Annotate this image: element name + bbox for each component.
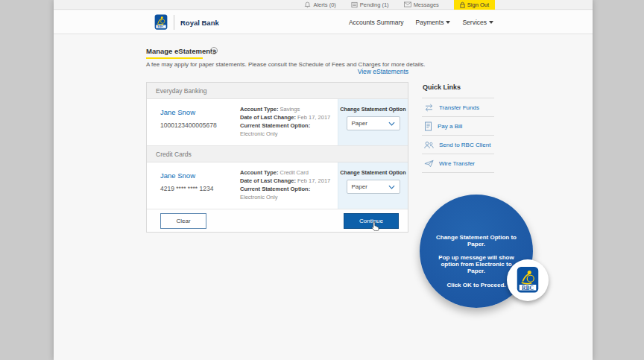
bubble-line-1: Change Statement Option to Paper. [432,195,521,247]
account-details: Account Type:Savings Date of Last Change… [240,99,338,145]
last-change-label: Date of Last Change: [240,114,296,121]
quick-link-label: Wire Transfer [439,160,475,167]
last-change-value: Feb 17, 2017 [297,177,330,184]
hand-cursor-icon [371,221,379,231]
last-change-label: Date of Last Change: [240,177,296,184]
alerts-link[interactable]: Alerts (0) [304,1,335,8]
nav-accounts-summary[interactable]: Accounts Summary [349,19,404,26]
account-holder-link[interactable]: Jane Snow [160,171,240,180]
change-option-label: Change Statement Option [338,169,408,176]
rbc-logo-text: RBC [157,25,164,28]
statements-panel: Everyday Banking Jane Snow 1000123400005… [146,82,408,233]
account-type-value: Savings [280,106,300,113]
sign-out-label: Sign Out [467,1,489,8]
chevron-down-icon [446,21,450,24]
panel-footer: Clear Continue [147,209,408,232]
statement-option-dropdown[interactable]: Paper [347,116,400,130]
account-identity: Jane Snow 4219 **** **** 1234 [147,162,240,209]
quick-link-wire-transfer[interactable]: Wire Transfer [422,154,494,173]
card-number: 4219 **** **** 1234 [160,185,240,192]
quick-links-panel: Quick Links Transfer Funds Pay a Bill Se… [422,82,494,173]
current-option-label: Current Statement Option: [240,122,310,129]
rbc-shield-logo: RBC [517,266,539,294]
statement-option-dropdown[interactable]: Paper [347,180,400,194]
current-option-label: Current Statement Option: [240,186,310,192]
account-number: 1000123400005678 [160,121,240,129]
pending-label: Pending (1) [360,1,389,8]
quick-links-list: Transfer Funds Pay a Bill Send to RBC Cl… [422,98,494,173]
account-identity: Jane Snow 1000123400005678 [147,99,240,145]
rbc-badge-text: RBC [522,285,534,291]
chevron-down-icon [388,121,395,126]
nav-services-label: Services [462,19,487,26]
current-option-value: Electronic Only [240,130,277,137]
change-option-label: Change Statement Option [338,106,408,113]
envelope-icon [404,1,411,7]
quick-link-label: Send to RBC Client [439,142,490,148]
clear-button[interactable]: Clear [160,213,206,229]
chevron-down-icon [388,185,395,189]
rbc-logo: RBC [154,14,168,31]
send-to-client-icon [424,141,434,149]
messages-link[interactable]: Messages [404,1,439,8]
view-estatements-link[interactable]: View eStatements [146,68,408,75]
pending-link[interactable]: Pending (1) [351,1,389,8]
last-change-value: Feb 17, 2017 [297,114,330,121]
quick-links-title: Quick Links [422,82,494,98]
nav-payments-label: Payments [416,19,444,26]
quick-link-label: Transfer Funds [439,104,479,111]
fee-note: A fee may apply for paper statements. Pl… [146,61,444,68]
chevron-down-icon [489,21,493,24]
bell-icon [304,1,311,8]
sign-out-button[interactable]: Sign Out [454,0,495,10]
padlock-icon [460,1,465,8]
nav-accounts-summary-label: Accounts Summary [349,19,404,26]
utility-bar: Alerts (0) Pending (1) Messages Sign Out [54,0,593,10]
quick-link-pay-a-bill[interactable]: Pay a Bill [422,117,494,136]
wire-transfer-icon [424,160,434,168]
account-type-label: Account Type: [240,169,279,176]
account-holder-link[interactable]: Jane Snow [160,108,240,116]
dropdown-selected-value: Paper [352,183,367,190]
nav-payments[interactable]: Payments [416,19,451,26]
title-underline [146,57,203,59]
change-option-cell: Change Statement Option Paper [338,99,408,145]
brand-divider [174,15,174,30]
dropdown-selected-value: Paper [352,120,367,127]
page-title: Manage eStatements [146,47,217,55]
section-heading-everyday-banking: Everyday Banking [147,83,408,99]
current-option-value: Electronic Only [240,194,277,200]
pending-list-icon [351,1,358,8]
account-type-value: Credit Card [280,169,309,176]
quick-link-send-to-rbc-client[interactable]: Send to RBC Client [422,136,494,154]
brand-name: Royal Bank [180,19,219,27]
transfer-funds-icon [424,104,434,112]
account-type-label: Account Type: [240,106,279,113]
alerts-label: Alerts (0) [313,1,335,8]
banking-page: Alerts (0) Pending (1) Messages Sign Out… [54,0,593,360]
account-details: Account Type:Credit Card Date of Last Ch… [240,162,338,209]
quick-link-label: Pay a Bill [438,123,462,130]
rbc-logo-badge: RBC [507,259,549,301]
help-icon[interactable]: ? [210,47,218,54]
site-header: RBC Royal Bank Accounts Summary Payments… [54,10,593,34]
section-heading-credit-cards: Credit Cards [147,146,408,162]
continue-button[interactable]: Continue [344,213,399,229]
nav-services[interactable]: Services [462,19,493,26]
pay-bill-icon [424,121,432,131]
bubble-line-2: Pop up message will show option from Ele… [432,254,521,274]
quick-link-transfer-funds[interactable]: Transfer Funds [422,98,494,117]
account-row-credit-card: Jane Snow 4219 **** **** 1234 Account Ty… [147,162,408,209]
messages-label: Messages [414,1,439,8]
brand[interactable]: RBC Royal Bank [154,14,219,31]
main-nav: Accounts Summary Payments Services [349,10,493,34]
change-option-cell: Change Statement Option Paper [338,162,408,209]
account-row-savings: Jane Snow 1000123400005678 Account Type:… [147,99,408,146]
